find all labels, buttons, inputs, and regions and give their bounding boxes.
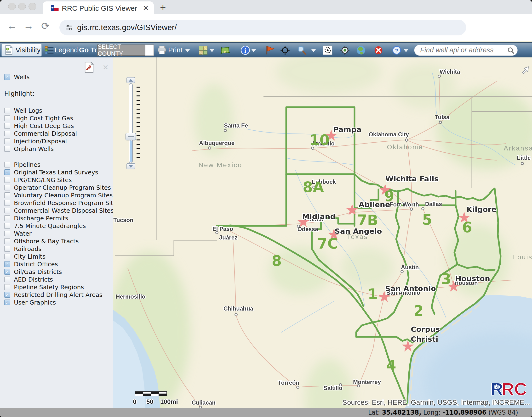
layer-commercial-disposal[interactable]: Commercial Disposal	[4, 130, 77, 137]
layer-operator-cleanup-program-sites[interactable]: Operator Cleanup Program Sites	[4, 184, 111, 191]
well-search-input[interactable]	[420, 46, 504, 54]
checkbox[interactable]	[4, 215, 10, 221]
layer-commercial-waste-disposal-sites[interactable]: Commercial Waste Disposal Sites	[4, 207, 114, 214]
zoom-slider-track[interactable]	[129, 83, 133, 163]
select-county-dropdown[interactable]: SELECT COUNTY	[97, 44, 145, 56]
forward-icon[interactable]: →	[23, 20, 33, 31]
globe-icon[interactable]	[356, 45, 366, 55]
panel-close-icon[interactable]: ✕	[103, 63, 109, 72]
basemap-dropdown-icon[interactable]	[209, 49, 215, 52]
checkbox[interactable]	[4, 138, 10, 144]
checkbox[interactable]	[4, 192, 10, 198]
layer-railroads[interactable]: Railroads	[4, 245, 42, 253]
checkbox[interactable]	[4, 108, 10, 113]
layer-offshore-bay-tracts[interactable]: Offshore & Bay Tracts	[4, 237, 79, 245]
tab-rrc-gis-viewer[interactable]: ★ RRC Public GIS Viewer ✕	[43, 1, 154, 14]
back-icon[interactable]: ←	[7, 20, 17, 31]
search-tool-dropdown-icon[interactable]	[311, 49, 316, 52]
overview-map-toggle-icon[interactable]	[521, 66, 529, 75]
layer-aed-districts[interactable]: AED Districts	[4, 276, 53, 283]
checkbox[interactable]: ✓	[4, 261, 10, 267]
reload-icon[interactable]: ⟳	[41, 20, 50, 32]
layer-7-5-minute-quadrangles[interactable]: 7.5 Minute Quadrangles	[4, 222, 86, 230]
layer-oil-gas-districts[interactable]: ✓Oil/Gas Districts	[4, 268, 62, 276]
address-bar-row: ← → ⟳ gis.rrc.texas.gov/GISViewer/	[0, 14, 532, 41]
checkbox[interactable]	[4, 208, 10, 213]
checkbox[interactable]	[4, 162, 10, 167]
clear-graphics-icon[interactable]	[374, 45, 383, 55]
tab-close-icon[interactable]: ✕	[143, 4, 149, 12]
checkbox[interactable]	[4, 231, 10, 236]
layer-brownfield-response-program-sites[interactable]: Brownfield Response Program Sites	[4, 199, 120, 207]
layer-user-graphics[interactable]: ✓User Graphics	[4, 299, 56, 306]
layer-lpg-cng-lng-sites[interactable]: LPG/CNG/LNG Sites	[4, 176, 72, 184]
layer-city-limits[interactable]: City Limits	[4, 253, 45, 260]
layer-well-logs[interactable]: Well Logs	[4, 107, 42, 114]
info-dropdown-icon[interactable]	[251, 49, 256, 52]
layer-orphan-wells[interactable]: Orphan Wells	[4, 145, 54, 153]
layer-pipelines[interactable]: Pipelines	[4, 161, 41, 168]
legend-icon[interactable]	[44, 45, 54, 55]
layer-injection-disposal[interactable]: Injection/Disposal	[4, 137, 67, 145]
checkbox[interactable]	[4, 177, 10, 183]
coordinate-readout: Lat: 35.482138, Long: -110.898906 (WGS 8…	[368, 409, 518, 416]
checkbox[interactable]	[4, 131, 10, 136]
checkbox[interactable]	[4, 200, 10, 206]
print-button[interactable]: Print	[168, 46, 183, 54]
print-icon[interactable]	[157, 45, 167, 55]
help-icon[interactable]: ?	[392, 45, 402, 55]
search-icon[interactable]	[507, 47, 514, 54]
layer-wells[interactable]: ✓ Wells	[4, 73, 30, 81]
map-canvas[interactable]: WichitaTulsaOklahoma CitySanta FeAlbuque…	[113, 57, 532, 408]
flag-icon[interactable]	[265, 45, 275, 55]
traffic-light-zoom[interactable]	[29, 3, 36, 10]
checkbox[interactable]	[4, 254, 10, 259]
zoom-in-button[interactable]	[127, 77, 135, 83]
checkbox[interactable]: ✓	[4, 169, 10, 175]
checkbox[interactable]	[4, 123, 10, 129]
url-bar[interactable]: gis.rrc.texas.gov/GISViewer/	[59, 20, 466, 35]
traffic-light-close[interactable]	[8, 3, 16, 10]
crosshair-icon[interactable]	[280, 45, 290, 55]
pdf-export-icon[interactable]	[84, 62, 94, 73]
zoom-out-button[interactable]	[127, 163, 135, 169]
checkbox[interactable]	[4, 277, 10, 282]
measure-icon[interactable]	[220, 45, 230, 55]
layer-pipeline-safety-regions[interactable]: Pipeline Safety Regions	[4, 283, 84, 291]
wells-checkbox[interactable]: ✓	[4, 74, 10, 80]
checkbox[interactable]	[4, 185, 10, 190]
checkbox[interactable]: ✓	[4, 300, 10, 305]
layer-high-cost-deep-gas[interactable]: High Cost Deep Gas	[4, 122, 74, 130]
layer-water[interactable]: Water	[4, 230, 32, 237]
checkbox[interactable]	[4, 223, 10, 229]
identify-info-icon[interactable]: i	[240, 45, 250, 55]
print-dropdown-icon[interactable]	[185, 49, 190, 52]
zoom-slider[interactable]	[126, 77, 140, 170]
previous-extent-icon[interactable]	[323, 45, 333, 55]
search-tool-icon[interactable]	[297, 45, 307, 55]
layer-district-offices[interactable]: ✓District Offices	[4, 260, 58, 268]
layer-voluntary-cleanup-program-sites[interactable]: Voluntary Cleanup Program Sites	[4, 191, 113, 199]
layer-high-cost-tight-gas[interactable]: High Cost Tight Gas	[4, 114, 73, 122]
legend-button[interactable]: Legend	[54, 46, 78, 54]
checkbox[interactable]	[4, 246, 10, 252]
checkbox[interactable]: ✓	[4, 292, 10, 298]
locate-me-icon[interactable]	[340, 45, 350, 55]
checkbox[interactable]	[4, 238, 10, 244]
basemap-gallery-icon[interactable]	[198, 45, 208, 55]
checkbox[interactable]	[4, 146, 10, 152]
site-settings-icon[interactable]	[66, 24, 73, 31]
county-input[interactable]	[145, 44, 154, 56]
help-dropdown-icon[interactable]	[403, 49, 409, 52]
checkbox[interactable]	[4, 284, 10, 290]
zoom-slider-handle[interactable]	[126, 133, 136, 140]
checkbox[interactable]: ✓	[4, 269, 10, 275]
checkbox[interactable]	[4, 115, 10, 121]
layer-discharge-permits[interactable]: Discharge Permits	[4, 214, 68, 222]
traffic-light-minimize[interactable]	[18, 3, 26, 10]
layer-restricted-drilling-alert-areas[interactable]: ✓Restricted Drilling Alert Areas	[4, 291, 102, 299]
well-search-box[interactable]	[414, 45, 518, 56]
new-tab-icon[interactable]: +	[160, 2, 166, 13]
visibility-button[interactable]: Visibility	[1, 43, 42, 56]
layer-original-texas-land-surveys[interactable]: ✓Original Texas Land Surveys	[4, 168, 98, 176]
